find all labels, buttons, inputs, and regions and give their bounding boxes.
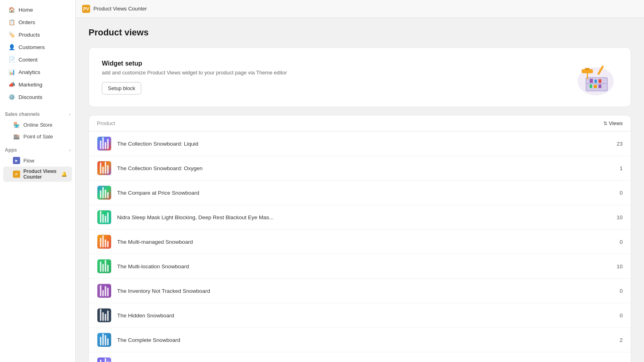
sidebar-item-products[interactable]: 🏷️ Products bbox=[3, 29, 72, 41]
home-icon: 🏠 bbox=[8, 6, 15, 13]
discounts-icon: ⚙️ bbox=[8, 93, 15, 101]
sidebar-item-marketing[interactable]: 📣 Marketing bbox=[3, 78, 72, 90]
topbar-title: Product Views Counter bbox=[93, 6, 147, 12]
product-thumbnail bbox=[97, 161, 111, 175]
product-thumbnail bbox=[97, 185, 111, 200]
svg-rect-12 bbox=[599, 84, 601, 88]
sidebar-item-product-views-counter[interactable]: P Product Views Counter 🔔 bbox=[3, 167, 72, 182]
product-views: 0 bbox=[611, 190, 623, 196]
product-name: The Complete Snowboard bbox=[117, 337, 605, 343]
sidebar-item-pos[interactable]: 🏬 Point of Sale bbox=[3, 131, 72, 142]
product-name: The Compare at Price Snowboard bbox=[117, 190, 605, 196]
sidebar-item-content[interactable]: 📄 Content bbox=[3, 53, 72, 66]
svg-rect-9 bbox=[599, 79, 601, 83]
svg-rect-3 bbox=[586, 83, 607, 84]
sidebar-item-customers[interactable]: 👤 Customers bbox=[3, 41, 72, 53]
table-row[interactable]: The Collection Snowboard: Oxygen1 bbox=[89, 156, 631, 181]
content-area: Product views Widget setup add and custo… bbox=[76, 18, 644, 362]
product-thumbnail bbox=[97, 210, 111, 224]
product-views: 23 bbox=[611, 141, 623, 147]
page-title: Product views bbox=[89, 27, 631, 38]
widget-setup-description: add and customize Product Views widget t… bbox=[102, 70, 287, 76]
product-name: The Multi-managed Snowboard bbox=[117, 239, 605, 245]
table-row[interactable]: The Archived Snowboard0 bbox=[89, 352, 631, 362]
product-table-card: Product ⇅ Views The Collection Snowboard… bbox=[89, 115, 631, 362]
main-area: PV Product Views Counter Product views W… bbox=[76, 0, 644, 362]
sort-icon[interactable]: ⇅ bbox=[603, 121, 607, 126]
table-row[interactable]: The Complete Snowboard2 bbox=[89, 328, 631, 352]
svg-rect-11 bbox=[594, 85, 597, 88]
customers-icon: 👤 bbox=[8, 43, 15, 51]
pos-icon: 🏬 bbox=[13, 133, 20, 140]
product-thumbnail bbox=[97, 333, 111, 347]
svg-rect-6 bbox=[585, 68, 590, 70]
product-thumbnail bbox=[97, 284, 111, 298]
table-row[interactable]: The Collection Snowboard: Liquid23 bbox=[89, 132, 631, 156]
product-views: 0 bbox=[611, 288, 623, 294]
product-name: The Multi-location Snowboard bbox=[117, 263, 605, 269]
product-name: Nidra Sleep Mask Light Blocking, Deep Re… bbox=[117, 214, 605, 220]
product-thumbnail bbox=[97, 308, 111, 323]
widget-illustration bbox=[574, 59, 618, 95]
analytics-icon: 📊 bbox=[8, 68, 15, 76]
topbar-app-icon: PV bbox=[82, 5, 90, 13]
product-views: 0 bbox=[611, 313, 623, 319]
sidebar-item-home[interactable]: 🏠 Home bbox=[3, 4, 72, 16]
table-body: The Collection Snowboard: Liquid23The Co… bbox=[89, 132, 631, 362]
topbar: PV Product Views Counter bbox=[76, 0, 644, 18]
sales-channels-header[interactable]: Sales channels › bbox=[0, 108, 75, 119]
table-row[interactable]: The Inventory Not Tracked Snowboard0 bbox=[89, 279, 631, 303]
widget-setup-text: Widget setup add and customize Product V… bbox=[102, 60, 287, 95]
product-name: The Collection Snowboard: Liquid bbox=[117, 141, 605, 147]
orders-icon: 📋 bbox=[8, 19, 15, 26]
col-product-header: Product bbox=[97, 120, 115, 126]
apps-header[interactable]: Apps › bbox=[0, 144, 75, 154]
product-views: 10 bbox=[611, 214, 623, 220]
products-icon: 🏷️ bbox=[8, 31, 15, 38]
setup-block-button[interactable]: Setup block bbox=[102, 82, 141, 95]
product-thumbnail bbox=[97, 357, 111, 362]
svg-rect-8 bbox=[594, 80, 597, 83]
sidebar-item-flow[interactable]: ▶ Flow bbox=[3, 155, 72, 166]
svg-rect-10 bbox=[590, 84, 592, 88]
table-row[interactable]: The Compare at Price Snowboard0 bbox=[89, 181, 631, 205]
product-views: 0 bbox=[611, 239, 623, 245]
table-header: Product ⇅ Views bbox=[89, 115, 631, 132]
product-views: 2 bbox=[611, 337, 623, 343]
bell-icon[interactable]: 🔔 bbox=[61, 171, 67, 177]
sales-channels-chevron: › bbox=[69, 112, 70, 117]
product-views: 10 bbox=[611, 263, 623, 269]
sidebar-item-online-store[interactable]: 🏪 Online Store bbox=[3, 119, 72, 130]
content-icon: 📄 bbox=[8, 56, 15, 63]
widget-setup-heading: Widget setup bbox=[102, 60, 287, 67]
product-views: 1 bbox=[611, 165, 623, 171]
sidebar-item-analytics[interactable]: 📊 Analytics bbox=[3, 66, 72, 78]
table-row[interactable]: The Multi-location Snowboard10 bbox=[89, 254, 631, 279]
svg-rect-5 bbox=[587, 73, 588, 79]
product-thumbnail bbox=[97, 259, 111, 274]
apps-chevron: › bbox=[69, 148, 70, 152]
sidebar: 🏠 Home 📋 Orders 🏷️ Products 👤 Customers … bbox=[0, 0, 76, 362]
col-views-header: ⇅ Views bbox=[603, 120, 623, 126]
table-row[interactable]: The Multi-managed Snowboard0 bbox=[89, 230, 631, 254]
flow-app-icon: ▶ bbox=[13, 157, 20, 164]
pvc-app-icon: P bbox=[13, 171, 20, 178]
product-thumbnail bbox=[97, 136, 111, 151]
product-name: The Collection Snowboard: Oxygen bbox=[117, 165, 605, 171]
product-thumbnail bbox=[97, 234, 111, 249]
product-name: The Hidden Snowboard bbox=[117, 313, 605, 319]
sidebar-item-orders[interactable]: 📋 Orders bbox=[3, 16, 72, 28]
marketing-icon: 📣 bbox=[8, 81, 15, 88]
svg-rect-7 bbox=[590, 79, 593, 83]
sidebar-item-discounts[interactable]: ⚙️ Discounts bbox=[3, 91, 72, 103]
online-store-icon: 🏪 bbox=[13, 121, 20, 128]
table-row[interactable]: Nidra Sleep Mask Light Blocking, Deep Re… bbox=[89, 205, 631, 230]
product-name: The Inventory Not Tracked Snowboard bbox=[117, 288, 605, 294]
table-row[interactable]: The Hidden Snowboard0 bbox=[89, 303, 631, 328]
widget-setup-card: Widget setup add and customize Product V… bbox=[89, 47, 631, 107]
